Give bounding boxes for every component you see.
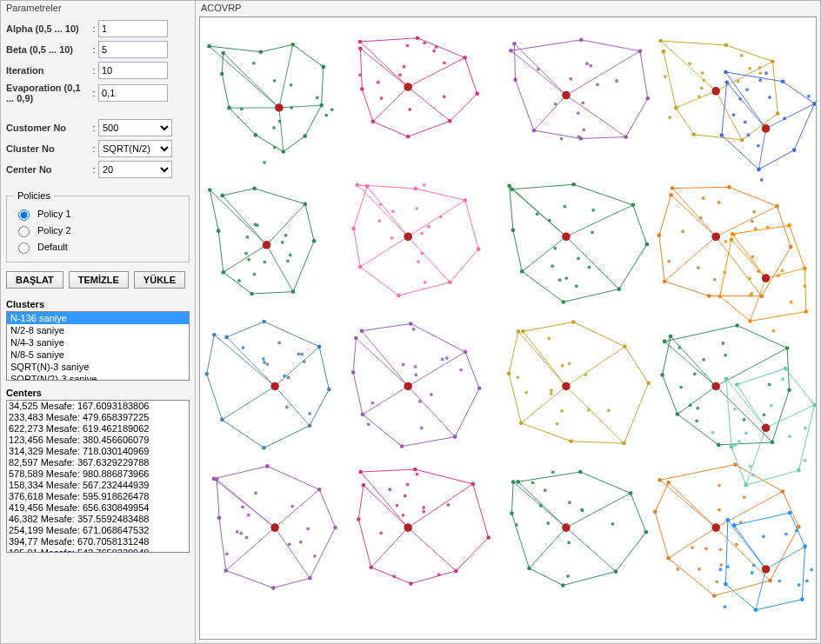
- svg-point-331: [265, 464, 270, 468]
- param-group: Alpha (0,5 ... 10) : Beta (0,5 ... 10) :…: [1, 13, 195, 185]
- svg-point-335: [271, 586, 276, 590]
- svg-point-143: [464, 198, 468, 202]
- svg-line-248: [356, 338, 408, 386]
- centers-listbox[interactable]: 34,525 Mesafe: 167.6093183806233,483 Mes…: [6, 400, 190, 553]
- svg-point-18: [324, 114, 328, 117]
- svg-point-470: [780, 269, 784, 273]
- load-button[interactable]: YÜKLE: [134, 271, 185, 289]
- center-item[interactable]: 254,199 Mesafe: 671.068647532: [9, 525, 187, 536]
- customer-select[interactable]: 500: [98, 119, 172, 136]
- cluster-select[interactable]: SQRT(N/2): [98, 140, 172, 157]
- center-item[interactable]: 233,483 Mesafe: 479.658397225: [9, 412, 187, 423]
- center-item[interactable]: 394,77 Mesafe: 670.7058131248: [9, 536, 187, 548]
- svg-line-301: [677, 386, 716, 414]
- svg-point-258: [414, 373, 417, 376]
- cluster-item[interactable]: N/2-8 saniye: [7, 324, 189, 336]
- svg-point-147: [358, 265, 363, 269]
- center-item[interactable]: 578,589 Mesafe: 980.886873966: [9, 468, 187, 480]
- svg-line-507: [756, 569, 766, 610]
- svg-point-6: [207, 44, 211, 49]
- beta-input[interactable]: [98, 41, 168, 58]
- svg-point-414: [797, 525, 801, 529]
- svg-line-247: [363, 386, 408, 414]
- svg-point-196: [727, 185, 731, 189]
- svg-line-482: [766, 405, 815, 428]
- svg-point-126: [237, 279, 241, 282]
- policies-group: Policies Policy 1 Policy 2 Default: [6, 190, 190, 262]
- svg-point-169: [571, 183, 576, 187]
- start-button[interactable]: BAŞLAT: [6, 271, 63, 289]
- svg-line-60: [534, 96, 566, 130]
- svg-point-492: [751, 474, 755, 477]
- policy2-radio[interactable]: [18, 226, 30, 237]
- cluster-label: Cluster No: [6, 143, 90, 154]
- center-item[interactable]: 622,273 Mesafe: 619.462189062: [9, 423, 187, 435]
- cluster-item[interactable]: N/4-3 saniye: [7, 336, 189, 349]
- center-item[interactable]: 419,456 Mesafe: 656.630849954: [9, 502, 187, 514]
- svg-point-222: [224, 335, 229, 340]
- svg-point-418: [653, 509, 657, 514]
- svg-line-382: [530, 528, 566, 568]
- svg-point-47: [443, 61, 446, 64]
- svg-point-392: [511, 480, 516, 484]
- center-item[interactable]: 82,597 Mesafe: 367.6329229788: [9, 457, 187, 468]
- svg-line-328: [226, 528, 275, 570]
- svg-point-204: [751, 220, 754, 223]
- svg-point-393: [611, 522, 614, 526]
- svg-point-526: [795, 529, 798, 533]
- alpha-input[interactable]: [98, 20, 168, 37]
- svg-line-244: [362, 331, 408, 387]
- clear-button[interactable]: TEMİZLE: [69, 271, 129, 289]
- policy2-row[interactable]: Policy 2: [14, 223, 182, 237]
- svg-point-71: [537, 68, 540, 71]
- svg-point-494: [744, 431, 748, 435]
- center-item[interactable]: 123,456 Mesafe: 380.456606079: [9, 435, 187, 446]
- svg-point-72: [560, 137, 564, 141]
- center-item[interactable]: 46,382 Mesafe: 357.5592483488: [9, 514, 187, 525]
- svg-point-93: [691, 132, 696, 136]
- svg-point-431: [704, 547, 708, 550]
- svg-point-497: [738, 440, 741, 443]
- svg-point-384: [516, 480, 520, 484]
- clusters-listbox[interactable]: N-136 saniyeN/2-8 saniyeN/4-3 saniyeN/8-…: [6, 311, 190, 381]
- svg-point-405: [562, 523, 571, 532]
- svg-line-86: [716, 91, 742, 140]
- svg-line-113: [210, 189, 266, 244]
- svg-point-259: [414, 365, 417, 368]
- center-select[interactable]: 20: [98, 161, 172, 178]
- svg-point-320: [743, 418, 746, 422]
- center-item[interactable]: 195 91 Mesafe: 542 7658220948: [9, 548, 187, 553]
- svg-point-462: [787, 223, 791, 228]
- svg-point-172: [617, 287, 621, 291]
- svg-point-149: [365, 184, 370, 189]
- policy1-row[interactable]: Policy 1: [14, 207, 182, 221]
- default-row[interactable]: Default: [14, 240, 182, 254]
- center-item[interactable]: 34,525 Mesafe: 167.6093183806: [9, 401, 187, 412]
- center-item[interactable]: 376,618 Mesafe: 595.918626478: [9, 491, 187, 502]
- svg-point-256: [351, 370, 356, 375]
- svg-point-390: [527, 567, 531, 571]
- svg-point-106: [698, 95, 701, 98]
- center-item[interactable]: 314,329 Mesafe: 718.030140969: [9, 446, 187, 457]
- cluster-item[interactable]: SQRT(N/2)-3 saniye: [7, 373, 189, 381]
- cluster-item[interactable]: N/8-5 saniye: [7, 349, 189, 361]
- policy1-radio[interactable]: [18, 209, 30, 221]
- svg-point-425: [719, 548, 723, 551]
- cluster-item[interactable]: N-136 saniye: [7, 312, 189, 324]
- svg-point-437: [724, 70, 728, 75]
- svg-line-221: [214, 335, 275, 386]
- svg-line-355: [371, 528, 408, 568]
- svg-line-218: [275, 347, 319, 387]
- svg-point-337: [217, 515, 222, 520]
- svg-point-88: [658, 39, 663, 43]
- center-item[interactable]: 158,334 Mesafe: 567.232444939: [9, 480, 187, 491]
- svg-point-144: [477, 247, 481, 251]
- svg-point-26: [330, 108, 334, 111]
- svg-point-119: [250, 292, 254, 296]
- default-radio[interactable]: [18, 242, 30, 254]
- svg-line-57: [511, 50, 566, 95]
- cluster-item[interactable]: SQRT(N)-3 saniye: [7, 361, 189, 373]
- evaporation-input[interactable]: [98, 84, 168, 102]
- iteration-input[interactable]: [98, 62, 168, 79]
- svg-point-514: [724, 582, 728, 587]
